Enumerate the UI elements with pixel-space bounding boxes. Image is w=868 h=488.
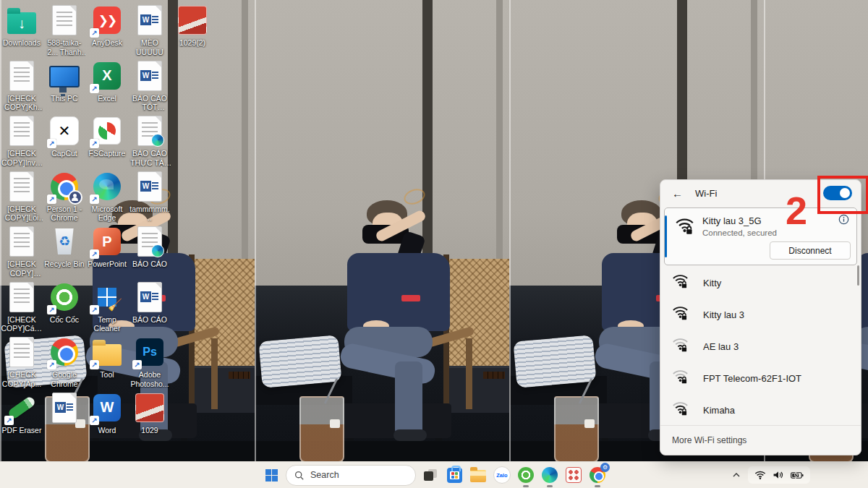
battery-tray-icon	[791, 471, 804, 480]
taskbar-store-button[interactable]	[445, 466, 464, 484]
desktop-icon[interactable]: W BÁO CÁO	[129, 281, 171, 325]
desktop-icon-label: PDF Eraser	[1, 426, 43, 435]
downloads-icon: ↓	[6, 4, 38, 36]
desktop-icon-label: [CHECK COPY]Áp...	[1, 370, 43, 388]
wifi-network-row[interactable]: Kimaha	[660, 394, 861, 426]
worddoc-icon: W	[48, 392, 80, 424]
shortcut-arrow-icon: ↗	[90, 416, 99, 425]
back-arrow-icon[interactable]: ←	[672, 187, 688, 200]
desktop-icon-label: Tool	[86, 370, 128, 380]
desktop-icon[interactable]: 🧹↗ Temp Cleaner	[86, 281, 128, 333]
desktop-icon[interactable]: ♻ Recycle Bin	[43, 226, 85, 269]
wifi-network-row[interactable]: AE lau 3	[660, 330, 861, 362]
info-icon[interactable]	[838, 214, 849, 228]
desktop-icon[interactable]: W MÈO UUUUU	[129, 4, 171, 56]
desktop-icon[interactable]: This PC	[43, 60, 85, 103]
desktop-icon[interactable]: W↗ Word	[86, 392, 128, 435]
desktop-icon-label: [CHECK COPY][Các...	[1, 260, 43, 278]
desktop-icon-label: Cốc Cốc	[43, 315, 85, 325]
desktop-icon[interactable]: [CHECK COPY]Khi nà...	[1, 60, 43, 112]
desktop-icon[interactable]: 588-taika-2... Thanh Tâm	[43, 4, 85, 56]
desktop-icon[interactable]: BÁO CÁO	[129, 226, 171, 269]
wallpaper-tile	[255, 0, 509, 462]
desktop-icon-label: MÈO UUUUU	[129, 38, 171, 56]
desktop-icon-label: AnyDesk	[86, 38, 128, 48]
desktop-icon[interactable]: [CHECK COPY]Invert...	[1, 115, 43, 167]
more-wifi-settings-link[interactable]: More Wi-Fi settings	[672, 435, 746, 445]
desktop-icon[interactable]: W	[43, 392, 85, 426]
tray-status-area[interactable]	[748, 466, 810, 484]
desktop-icon[interactable]: ✕↗ CapCut	[43, 115, 85, 158]
network-name: AE lau 3	[703, 341, 739, 352]
photo-icon	[134, 392, 166, 424]
taskbar-center-group: SearchZalo⚙	[262, 462, 607, 488]
recycle-icon: ♻	[48, 226, 80, 257]
desktop-icon-label: Excel	[86, 94, 128, 103]
taskbar-zalo-button[interactable]: Zalo	[493, 466, 511, 484]
wifi-signal-lock-icon	[672, 337, 689, 356]
desktop-icon[interactable]: ❯❯↗ AnyDesk	[86, 4, 128, 48]
desktop-icon[interactable]: ↗ Tool	[86, 336, 128, 380]
desktop-icon[interactable]: X↗ Excel	[86, 60, 128, 103]
network-name: Kitty lau 3	[703, 309, 744, 320]
doc-icon	[6, 226, 38, 257]
desktop-icon[interactable]: ↗ Microsoft Edge	[86, 171, 128, 223]
desktop-icon-label: Person 1 - Chrome	[43, 205, 85, 223]
connected-network-card[interactable]: Kitty lau 3_5G Connected, secured Discon…	[664, 207, 857, 265]
desktop-icon[interactable]: 1029(2)	[171, 4, 213, 48]
desktop-icon[interactable]: W tammmmm...	[129, 171, 171, 223]
desktop-icon[interactable]: ↗ Google Chrome	[43, 336, 85, 388]
taskbar-chrome-button[interactable]: ⚙	[588, 466, 607, 484]
wifi-network-row[interactable]: Kitty lau 3	[660, 299, 861, 330]
desktop-icon-label: CapCut	[43, 149, 85, 158]
shortcut-arrow-icon: ↗	[47, 305, 56, 314]
scrollbar[interactable]	[857, 265, 859, 286]
chrome-icon: ↗	[48, 336, 80, 368]
desktop-icon[interactable]: Ps↗ Adobe Photosho...	[129, 336, 171, 388]
shortcut-arrow-icon: ↗	[90, 194, 99, 204]
taskbar-explorer-button[interactable]	[469, 466, 488, 484]
taskbar-edge-button[interactable]	[540, 466, 559, 484]
desktop-icon-label: FSCapture	[86, 149, 128, 158]
desktop-icon[interactable]: [CHECK COPY]Cách...	[1, 281, 43, 333]
doc-icon	[6, 281, 38, 313]
taskbar-taskview-button[interactable]	[421, 466, 440, 484]
shortcut-arrow-icon: ↗	[90, 28, 99, 38]
wifi-panel-footer: More Wi-Fi settings	[660, 425, 861, 455]
wifi-signal-lock-icon	[672, 401, 689, 419]
coccoc-icon: ↗	[48, 281, 80, 313]
desktop-icon[interactable]: BÁO CÁO THỰC TẬP T...	[129, 115, 171, 167]
word-icon: W↗	[91, 392, 123, 424]
desktop-icon-label: Word	[86, 426, 128, 435]
desktop-icon[interactable]: [CHECK COPY][Các...	[1, 226, 43, 278]
desktop-icon[interactable]: P↗ PowerPoint	[86, 226, 128, 269]
wifi-network-row[interactable]: Kitty	[660, 267, 861, 299]
wifi-tray-icon	[754, 470, 766, 480]
desktop-icon[interactable]: [CHECK COPY]Lỗi tiế...	[1, 171, 43, 223]
desktop-icon[interactable]: ↗ FSCapture	[86, 115, 128, 158]
desktop-icon-label: [CHECK COPY]Invert...	[1, 149, 43, 167]
wifi-network-row[interactable]: FPT Telecom-62F1-IOT	[660, 362, 861, 394]
doc-edge-icon	[134, 115, 166, 147]
desktop-icon[interactable]: 1029	[129, 392, 171, 435]
annotation-step-number: 2	[786, 191, 807, 230]
shortcut-arrow-icon: ↗	[47, 139, 56, 148]
desktop-icon[interactable]: [CHECK COPY]Áp...	[1, 336, 43, 388]
hidden-icons-chevron[interactable]	[728, 465, 745, 485]
desktop-icon[interactable]: ↓ Downloads	[1, 4, 43, 48]
desktop-icon[interactable]: ↗ PDF Eraser	[1, 392, 43, 435]
search-input[interactable]: Search	[286, 465, 416, 486]
taskbar-start-button[interactable]	[262, 466, 281, 484]
desktop-icon-label: Google Chrome	[43, 370, 85, 388]
desktop-icon[interactable]: ↗ Cốc Cốc	[43, 281, 85, 325]
desktop-icon[interactable]: ↗ Person 1 - Chrome	[43, 171, 85, 223]
desktop-icon[interactable]: W BÁO CÁO TỐT NGHIỆ...	[129, 60, 171, 112]
desktop-icon-label: BÁO CÁO	[129, 260, 171, 269]
disconnect-button[interactable]: Disconnect	[770, 241, 851, 260]
taskbar-coccoc-button[interactable]	[516, 466, 535, 484]
worddoc-icon: W	[134, 281, 166, 313]
taskbar-unikey-button[interactable]	[564, 466, 583, 484]
edge-icon: ↗	[91, 171, 123, 202]
desktop-icon-label: This PC	[43, 94, 85, 103]
doc-icon	[6, 60, 38, 92]
